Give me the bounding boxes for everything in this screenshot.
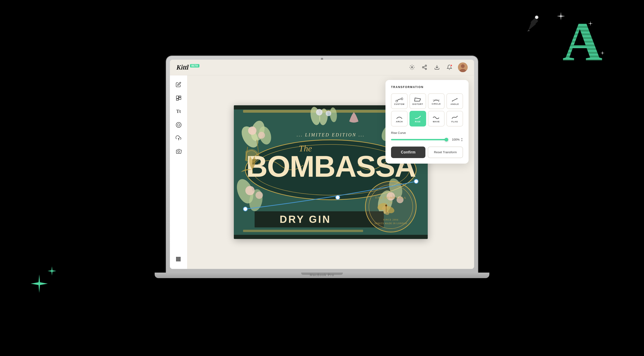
svg-point-90: [396, 100, 398, 102]
transform-btn-wave[interactable]: WAVE: [428, 111, 444, 127]
svg-point-2: [535, 15, 538, 19]
wave-btn-label: WAVE: [433, 121, 440, 123]
left-sidebar: Tt: [170, 75, 188, 269]
svg-text:A: A: [456, 98, 458, 100]
svg-rect-17: [176, 99, 178, 100]
svg-point-30: [179, 257, 180, 258]
svg-rect-15: [179, 96, 181, 97]
svg-text:A: A: [452, 100, 453, 102]
svg-point-33: [176, 260, 177, 261]
rise-curve-label: Rise Curve: [391, 131, 463, 135]
svg-point-25: [177, 258, 178, 259]
svg-point-84: [385, 205, 387, 206]
sidebar-item-camera[interactable]: [173, 146, 184, 157]
svg-point-46: [248, 127, 256, 135]
angle-btn-label: ANGLE: [450, 103, 459, 105]
sidebar-item-shapes[interactable]: [173, 119, 184, 131]
svg-point-4: [411, 67, 413, 68]
sidebar-item-edit[interactable]: [173, 79, 184, 91]
sidebar-item-text[interactable]: Tt: [173, 106, 184, 117]
svg-point-22: [177, 257, 178, 258]
svg-rect-41: [234, 235, 428, 239]
transform-btn-rise[interactable]: RISE: [410, 111, 426, 127]
svg-point-58: [256, 191, 263, 199]
transformation-panel: TRANSFORMATION CUSTOM: [386, 80, 468, 164]
svg-point-47: [258, 132, 265, 139]
svg-text:Co.: Co.: [388, 201, 393, 204]
svg-point-7: [425, 68, 426, 70]
svg-text:CIRCLE: CIRCLE: [433, 99, 440, 101]
transform-btn-distort[interactable]: DISTORT: [410, 93, 426, 109]
svg-text:... LIMITED EDITION ...: ... LIMITED EDITION ...: [297, 132, 365, 137]
svg-rect-1: [530, 18, 538, 25]
slider-value-display: 100% ▲ ▼: [449, 137, 463, 142]
circle-btn-label: CIRCLE: [432, 103, 441, 105]
panel-title: TRANSFORMATION: [391, 85, 463, 89]
svg-point-36: [179, 260, 180, 261]
transform-btn-angle[interactable]: A A ANGLE: [446, 93, 463, 109]
svg-point-23: [178, 257, 179, 258]
beta-badge: beta: [190, 64, 199, 67]
svg-point-67: [326, 111, 331, 116]
svg-line-8: [424, 68, 426, 69]
arch-btn-label: ARCH: [396, 121, 403, 123]
distort-btn-label: DISTORT: [412, 103, 423, 105]
svg-marker-92: [414, 98, 420, 101]
sidebar-item-upload[interactable]: [173, 133, 184, 144]
macbook-label: MacBook Pro: [310, 273, 334, 277]
avatar[interactable]: [458, 62, 468, 72]
svg-point-89: [414, 179, 418, 183]
logo-area: Kittl beta: [176, 63, 200, 71]
confirm-button[interactable]: Confirm: [391, 147, 426, 158]
svg-point-28: [177, 259, 178, 260]
transform-btn-flag[interactable]: FLAG: [446, 111, 463, 127]
svg-point-26: [178, 258, 179, 259]
svg-point-66: [316, 109, 322, 115]
svg-point-57: [245, 186, 254, 195]
top-bar-right: [408, 62, 468, 72]
svg-point-35: [178, 260, 179, 261]
svg-point-32: [179, 259, 180, 260]
svg-marker-0: [528, 21, 536, 30]
svg-text:SPIRITS MADE IN LONDON: SPIRITS MADE IN LONDON: [374, 222, 407, 225]
svg-text:SINCE 2004: SINCE 2004: [383, 218, 398, 221]
svg-line-9: [424, 66, 426, 67]
transform-btn-custom[interactable]: CUSTOM: [391, 93, 408, 109]
slider-container: 100% ▲ ▼: [391, 137, 463, 142]
svg-point-18: [178, 124, 180, 126]
svg-point-31: [179, 258, 180, 259]
transform-btn-circle[interactable]: CIRCLE CIRCLE: [428, 93, 444, 109]
settings-icon[interactable]: [408, 63, 416, 71]
flag-btn-label: FLAG: [452, 121, 458, 123]
svg-point-21: [176, 257, 177, 258]
svg-rect-16: [179, 97, 181, 100]
logo-text: Kittl: [176, 63, 188, 71]
svg-point-29: [178, 259, 179, 260]
svg-point-20: [178, 151, 180, 153]
download-icon[interactable]: [433, 63, 441, 71]
top-bar: Kittl beta: [170, 60, 474, 75]
svg-text:THE BOMBASSA: THE BOMBASSA: [375, 196, 406, 199]
notification-icon[interactable]: [446, 63, 453, 71]
transform-btn-arch[interactable]: ARCH: [391, 111, 408, 127]
rise-btn-label: RISE: [415, 121, 420, 123]
svg-rect-74: [243, 230, 363, 232]
value-down-arrow[interactable]: ▼: [461, 140, 463, 142]
slider-track[interactable]: [391, 139, 447, 140]
svg-point-12: [461, 64, 465, 68]
svg-rect-14: [176, 96, 178, 98]
canvas-area: ... LIMITED EDITION ... The BOMBASSA DRY…: [188, 75, 474, 269]
sidebar-item-grid[interactable]: [173, 254, 184, 265]
svg-point-27: [176, 259, 177, 260]
svg-point-87: [243, 207, 248, 211]
svg-point-34: [177, 260, 178, 261]
share-icon[interactable]: [420, 63, 428, 71]
sidebar-item-layout[interactable]: [173, 92, 184, 104]
reset-transform-button[interactable]: Reset Transform: [428, 147, 463, 158]
custom-btn-label: CUSTOM: [394, 103, 405, 105]
svg-point-24: [176, 258, 177, 259]
svg-text:DRY GIN: DRY GIN: [280, 214, 331, 225]
svg-point-88: [336, 195, 340, 199]
panel-actions: Confirm Reset Transform: [391, 147, 463, 158]
svg-point-5: [425, 65, 426, 66]
